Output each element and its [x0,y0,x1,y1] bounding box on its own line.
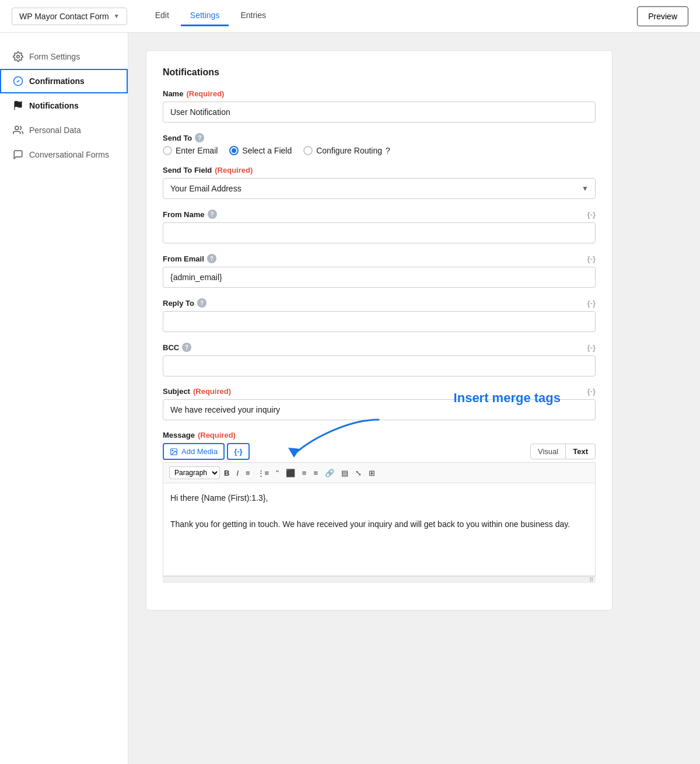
sidebar-item-confirmations-label: Confirmations [29,76,85,86]
sidebar: Form Settings Confirmations Notification… [0,33,128,764]
message-editor: Paragraph B I ≡ ⋮≡ " ⬛ ≡ ≡ 🔗 ▤ ⤡ ⊞ [163,462,596,583]
from-email-label: From Email ? {-} [163,254,596,263]
subject-merge-icon[interactable]: {-} [587,387,596,396]
send-to-field-select[interactable]: Your Email Address [163,178,596,199]
sidebar-item-confirmations[interactable]: Confirmations [0,69,128,93]
subject-required: (Required) [193,387,231,396]
name-field-group: Name (Required) [163,89,596,123]
bold-button[interactable]: B [221,467,232,479]
from-email-help-icon[interactable]: ? [207,254,216,263]
tab-edit[interactable]: Edit [146,6,178,26]
send-to-field-required: (Required) [215,166,253,175]
send-to-help-icon[interactable]: ? [195,133,204,142]
subject-input[interactable] [163,399,596,420]
chat-icon [13,149,23,160]
reply-to-group: Reply To ? {-} [163,298,596,332]
ordered-list-button[interactable]: ⋮≡ [254,467,272,479]
from-email-merge-icon[interactable]: {-} [587,254,596,263]
sidebar-item-form-settings[interactable]: Form Settings [0,44,128,69]
tab-settings[interactable]: Settings [181,6,229,26]
grid-button[interactable]: ⊞ [366,467,378,479]
bcc-help-icon[interactable]: ? [182,343,191,352]
routing-help-icon[interactable]: ? [386,146,390,155]
add-media-label: Add Media [181,447,218,456]
panel-title: Notifications [163,67,596,78]
sidebar-item-conversational-forms[interactable]: Conversational Forms [0,142,128,167]
message-line3: Thank you for getting in touch. We have … [170,518,588,531]
paragraph-select[interactable]: Paragraph [169,466,220,479]
sidebar-item-form-settings-label: Form Settings [29,52,80,61]
radio-enter-email[interactable]: Enter Email [163,146,218,155]
toolbar-left: Add Media {-} [163,443,250,460]
unordered-list-button[interactable]: ≡ [243,467,253,479]
fullscreen-button[interactable]: ⤡ [352,467,365,479]
send-to-options: Enter Email Select a Field Configure Rou… [163,146,596,155]
users-icon [13,125,23,135]
form-selector-label: WP Mayor Contact Form [19,12,109,21]
notifications-panel: Notifications Name (Required) Send To ? [146,50,612,610]
bcc-input[interactable] [163,355,596,376]
svg-point-5 [172,450,173,451]
table-row-button[interactable]: ▤ [338,467,351,479]
align-left-button[interactable]: ⬛ [283,467,298,479]
message-toolbar: Add Media {-} Visual Text [163,443,596,460]
message-toolbar-container: Add Media {-} Visual Text Insert merge t… [163,443,596,460]
subject-group: Subject (Required) {-} [163,387,596,420]
nav-tabs: Edit Settings Entries [146,6,275,26]
radio-select-field[interactable]: Select a Field [229,146,292,155]
name-required: (Required) [186,89,224,98]
from-name-input[interactable] [163,222,596,243]
from-name-help-icon[interactable]: ? [208,210,217,219]
editor-resize-handle[interactable]: ⠿ [163,576,596,583]
link-button[interactable]: 🔗 [322,467,337,479]
sidebar-item-personal-data[interactable]: Personal Data [0,118,128,142]
align-center-button[interactable]: ≡ [299,467,310,479]
blockquote-button[interactable]: " [273,467,282,479]
chevron-down-icon: ▼ [114,13,120,19]
flag-icon [13,100,23,111]
italic-button[interactable]: I [233,467,242,479]
from-name-label: From Name ? {-} [163,210,596,219]
editor-toolbar: Paragraph B I ≡ ⋮≡ " ⬛ ≡ ≡ 🔗 ▤ ⤡ ⊞ [163,462,596,483]
sidebar-item-notifications[interactable]: Notifications [0,93,128,118]
align-right-button[interactable]: ≡ [310,467,321,479]
text-view-button[interactable]: Text [566,444,596,459]
bcc-merge-icon[interactable]: {-} [587,343,596,352]
top-bar: WP Mayor Contact Form ▼ Edit Settings En… [0,0,700,33]
sidebar-item-conversational-forms-label: Conversational Forms [29,150,109,159]
sidebar-item-personal-data-label: Personal Data [29,125,81,135]
add-media-button[interactable]: Add Media [163,443,225,460]
layout: Form Settings Confirmations Notification… [0,33,700,764]
from-name-merge-icon[interactable]: {-} [587,210,596,219]
reply-to-label: Reply To ? {-} [163,298,596,308]
bcc-group: BCC ? {-} [163,343,596,376]
radio-configure-routing[interactable]: Configure Routing ? [303,146,390,155]
top-bar-left: WP Mayor Contact Form ▼ Edit Settings En… [12,6,275,26]
name-label: Name (Required) [163,89,596,98]
send-to-label: Send To ? [163,133,596,142]
resize-dots: ⠿ [589,577,593,583]
message-editor-content[interactable]: Hi there {Name (First):1.3}, Thank you f… [163,483,596,576]
send-to-group: Send To ? Enter Email Select a Field Con… [163,133,596,155]
subject-label: Subject (Required) {-} [163,387,596,396]
merge-tag-button[interactable]: {-} [227,443,249,460]
radio-select-field-circle [229,146,239,155]
from-email-group: From Email ? {-} [163,254,596,288]
preview-button[interactable]: Preview [637,6,688,26]
form-selector[interactable]: WP Mayor Contact Form ▼ [12,8,127,25]
main-content: Notifications Name (Required) Send To ? [128,33,700,764]
radio-enter-email-circle [163,146,172,155]
send-to-field-select-wrapper: Your Email Address ▼ [163,178,596,199]
message-required: (Required) [198,431,236,439]
name-input[interactable] [163,102,596,123]
tab-entries[interactable]: Entries [231,6,275,26]
add-media-icon [170,448,178,456]
sidebar-item-notifications-label: Notifications [29,101,79,110]
reply-to-help-icon[interactable]: ? [197,298,206,308]
visual-view-button[interactable]: Visual [530,444,566,459]
send-to-field-label: Send To Field (Required) [163,166,596,175]
view-toggle: Visual Text [530,444,596,459]
reply-to-merge-icon[interactable]: {-} [587,299,596,308]
reply-to-input[interactable] [163,311,596,332]
from-email-input[interactable] [163,267,596,288]
